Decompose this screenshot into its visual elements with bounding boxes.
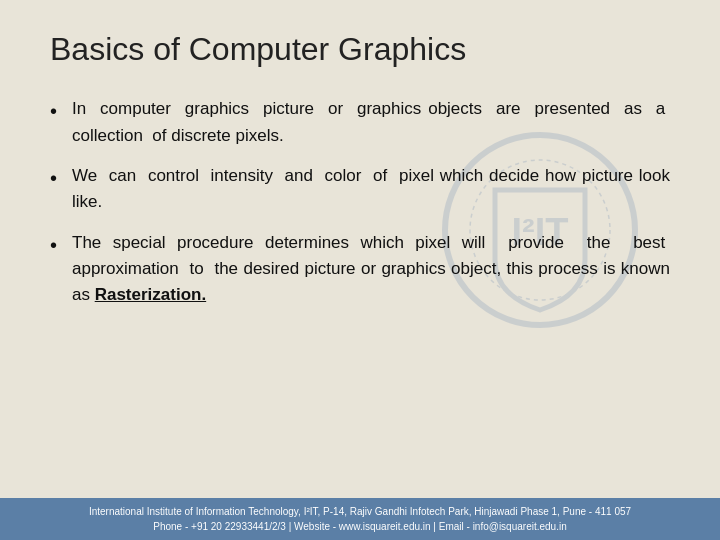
bullet-text-3: The special procedure determines which p… <box>72 230 670 309</box>
bullet-text-1: In computer graphics picture or graphics… <box>72 96 670 149</box>
footer-line1: International Institute of Information T… <box>10 504 710 519</box>
slide-container: Basics of Computer Graphics I²IT • In co… <box>0 0 720 540</box>
slide-title: Basics of Computer Graphics <box>50 30 670 68</box>
bullet-dot-2: • <box>50 163 72 194</box>
footer: International Institute of Information T… <box>0 498 720 540</box>
content-area: • In computer graphics picture or graphi… <box>50 96 670 530</box>
bullet-item-1: • In computer graphics picture or graphi… <box>50 96 670 149</box>
bullet-text-2: We can control intensity and color of pi… <box>72 163 670 216</box>
bullet-item-2: • We can control intensity and color of … <box>50 163 670 216</box>
footer-line2: Phone - +91 20 22933441/2/3 | Website - … <box>10 519 710 534</box>
bullet-dot-1: • <box>50 96 72 127</box>
rasterization-term: Rasterization. <box>95 285 206 304</box>
bullet-dot-3: • <box>50 230 72 261</box>
bullet-item-3: • The special procedure determines which… <box>50 230 670 309</box>
